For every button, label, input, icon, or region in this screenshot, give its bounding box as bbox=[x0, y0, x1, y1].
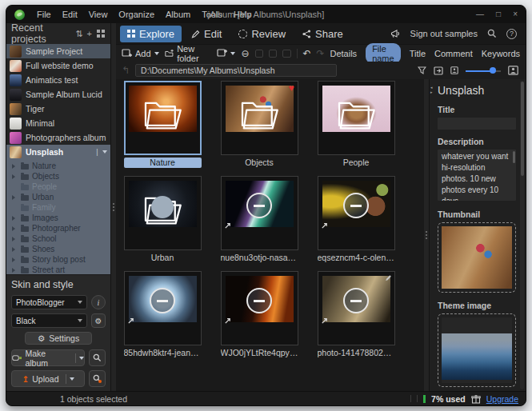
thumbnail-dropzone[interactable] bbox=[438, 222, 516, 293]
megaphone-icon[interactable] bbox=[390, 30, 401, 38]
add-project-icon[interactable]: + bbox=[87, 29, 92, 38]
grid-item-objects[interactable]: ♥ Objects bbox=[218, 81, 301, 168]
project-item[interactable]: Tiger bbox=[6, 102, 110, 116]
panel-toggle-icon[interactable] bbox=[434, 66, 443, 75]
preview-album-button[interactable] bbox=[89, 349, 106, 366]
path-input[interactable] bbox=[135, 64, 337, 77]
project-item[interactable]: Minimal bbox=[6, 116, 110, 130]
menu-album[interactable]: Album bbox=[160, 8, 196, 21]
tree-item-images[interactable]: Images bbox=[12, 213, 110, 223]
close-button[interactable]: × bbox=[513, 10, 518, 18]
settings-button[interactable]: ⚙ Settings bbox=[25, 332, 92, 345]
exclude-button[interactable]: ⊖ bbox=[241, 48, 249, 59]
add-button[interactable]: Add bbox=[122, 49, 159, 58]
grid-item-olenka[interactable]: eqsezncm4-c-olenka-kot... bbox=[314, 176, 398, 263]
minimize-button[interactable]: — bbox=[476, 10, 484, 18]
expand-arrow-icon[interactable] bbox=[12, 216, 18, 221]
expand-arrow-icon[interactable] bbox=[12, 257, 18, 262]
projects-view-icon[interactable] bbox=[97, 30, 106, 38]
tree-label: Images bbox=[32, 213, 58, 222]
upgrade-link[interactable]: Upgrade bbox=[486, 394, 518, 404]
project-item[interactable]: Animatics test bbox=[6, 73, 110, 87]
mode-keywords[interactable]: Keywords bbox=[482, 49, 520, 58]
scrollbar-thumb[interactable] bbox=[521, 82, 524, 176]
sort-projects-icon[interactable]: ⇅ bbox=[75, 29, 82, 39]
insert-image-button[interactable] bbox=[217, 49, 235, 58]
expand-arrow-icon[interactable] bbox=[12, 247, 18, 252]
grid-item-urban[interactable]: Urban bbox=[121, 176, 204, 263]
title-field[interactable] bbox=[438, 118, 516, 130]
style-gear-button[interactable]: ⚙ bbox=[91, 313, 106, 328]
expand-arrow-icon[interactable] bbox=[12, 268, 18, 273]
tree-item-nature[interactable]: Nature bbox=[12, 161, 110, 171]
tree-item-photographer[interactable]: Photographer bbox=[12, 223, 110, 233]
small-thumbnails-icon[interactable] bbox=[450, 66, 458, 74]
theme-image-dropzone[interactable] bbox=[438, 313, 516, 387]
large-thumbnails-icon[interactable] bbox=[508, 66, 518, 75]
tree-item-school[interactable]: School bbox=[12, 233, 110, 244]
grid-item-jean-marie[interactable]: 85hdwh8ktr4-jean-marie-g... bbox=[121, 271, 204, 358]
tree-item-people[interactable]: People bbox=[12, 182, 110, 192]
tab-explore[interactable]: Explore bbox=[120, 26, 182, 42]
mode-title[interactable]: Title bbox=[410, 49, 426, 58]
grid-item-nasa[interactable]: nue8nu3otjo-nasa.jpg bbox=[218, 176, 301, 263]
status-divider bbox=[410, 395, 411, 402]
project-item[interactable]: Full website demo bbox=[6, 58, 110, 73]
make-album-button[interactable]: Make album bbox=[11, 349, 85, 366]
description-field[interactable]: whatever you want hi-resolution photos. … bbox=[438, 150, 516, 201]
tab-share[interactable]: Share bbox=[295, 26, 350, 42]
style-select[interactable]: Black bbox=[11, 313, 87, 328]
menu-organize[interactable]: Organize bbox=[113, 8, 160, 21]
textarea-scrollbar-thumb[interactable] bbox=[513, 151, 515, 163]
thumbnail-size-slider[interactable] bbox=[466, 67, 501, 74]
tree-item-shoes[interactable]: Shoes bbox=[12, 244, 110, 254]
menu-file[interactable]: File bbox=[31, 8, 57, 21]
undo-button[interactable]: ↶ bbox=[302, 48, 310, 59]
menu-edit[interactable]: Edit bbox=[57, 8, 83, 21]
mode-details[interactable]: Details bbox=[330, 49, 358, 58]
expand-arrow-icon[interactable] bbox=[12, 195, 18, 200]
new-folder-button[interactable]: New folder bbox=[165, 44, 212, 63]
expand-arrow-icon[interactable] bbox=[12, 174, 18, 179]
mode-file-name[interactable]: File name bbox=[366, 43, 401, 64]
filter-icon[interactable] bbox=[418, 66, 426, 75]
tree-item-story-blog-post[interactable]: Story blog post bbox=[12, 254, 110, 265]
path-bar: ↰ bbox=[116, 62, 526, 79]
maximize-button[interactable]: □ bbox=[496, 10, 501, 18]
tab-review[interactable]: Review bbox=[231, 26, 293, 42]
skin-select[interactable]: PhotoBlogger bbox=[11, 295, 87, 309]
menu-view[interactable]: View bbox=[83, 8, 114, 21]
upload-dropdown-icon[interactable] bbox=[70, 377, 74, 381]
search-icon[interactable] bbox=[487, 29, 497, 38]
tree-item-street-art[interactable]: Street art bbox=[12, 265, 110, 274]
tab-edit[interactable]: Edit bbox=[184, 26, 229, 42]
expand-arrow-icon[interactable] bbox=[12, 164, 18, 169]
project-item[interactable]: Sample Project bbox=[6, 44, 110, 58]
collapse-handle-icon[interactable]: ◂▸ bbox=[430, 86, 433, 94]
tree-item-urban[interactable]: Urban bbox=[12, 192, 110, 202]
current-project-row[interactable]: Unsplash | bbox=[6, 145, 110, 159]
grid-item-nature[interactable]: Nature bbox=[121, 81, 204, 168]
slider-thumb[interactable] bbox=[490, 67, 496, 74]
preview-upload-button[interactable] bbox=[89, 370, 106, 387]
project-item[interactable]: Photographers album bbox=[6, 130, 110, 145]
grid-item-fire[interactable]: WJO0jYLtRte4qpyA37Xu_... bbox=[218, 271, 301, 358]
exclude-minus-icon bbox=[246, 288, 272, 313]
skin-info-button[interactable]: i bbox=[91, 295, 106, 309]
mode-comment[interactable]: Comment bbox=[434, 49, 473, 58]
upload-button[interactable]: ↥ Upload bbox=[11, 370, 85, 387]
make-album-dropdown-icon[interactable] bbox=[79, 357, 84, 360]
inspector-scrollbar[interactable] bbox=[520, 81, 524, 389]
help-icon[interactable]: ? bbox=[506, 29, 517, 39]
tree-item-objects[interactable]: Objects bbox=[12, 171, 110, 182]
expand-arrow-icon[interactable] bbox=[12, 237, 18, 241]
tree-item-family[interactable]: Family bbox=[12, 202, 110, 213]
grid-item-bench[interactable]: photo-1414788020357-36... bbox=[314, 271, 398, 358]
grid-item-people[interactable]: People bbox=[314, 81, 398, 168]
grid-item-label: Objects bbox=[221, 158, 298, 168]
sign-out-link[interactable]: Sign out samples bbox=[410, 29, 478, 38]
current-project-menu[interactable]: | bbox=[96, 148, 107, 156]
project-item[interactable]: Sample Album Lucid bbox=[6, 87, 110, 102]
tab-label: Share bbox=[315, 28, 343, 40]
expand-arrow-icon[interactable] bbox=[12, 226, 18, 231]
